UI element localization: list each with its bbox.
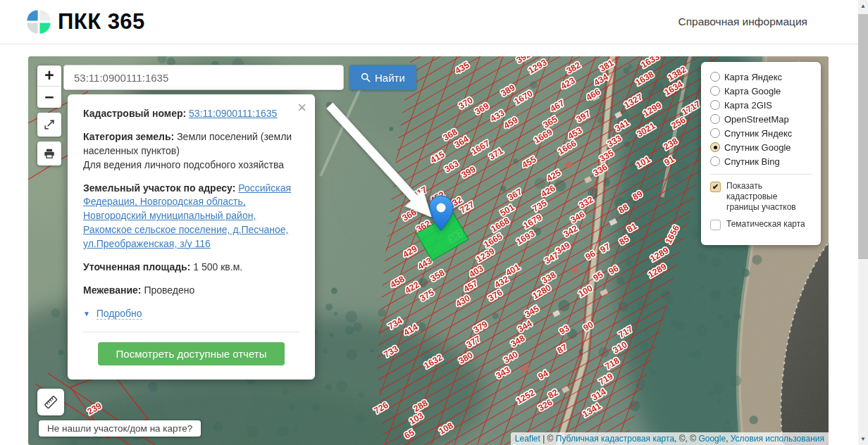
layers-panel: Карта ЯндексКарта GoogleКарта 2GISOpenSt…: [701, 62, 821, 245]
layer-checkbox-1[interactable]: Показать кадастровые границы участков: [710, 181, 812, 213]
layer-option-5[interactable]: Спутник Яндекс: [710, 126, 812, 140]
parcel-info-popup: × Кадастровый номер: 53:11:0900111:1635 …: [68, 94, 315, 380]
layer-option-label: Карта 2GIS: [724, 100, 772, 111]
pkk365-page: ПКК365 Справочная информация: [0, 0, 868, 445]
layer-option-label: Карта Google: [724, 86, 781, 96]
attribution-link[interactable]: Leaflet: [515, 434, 540, 444]
radio-icon[interactable]: [710, 114, 720, 124]
attribution-text: ,: [726, 434, 731, 444]
radio-icon[interactable]: [710, 100, 720, 110]
zoom-out-button[interactable]: −: [37, 87, 61, 108]
survey-value: Проведено: [144, 284, 194, 296]
radio-icon[interactable]: [710, 72, 720, 82]
zoom-control: + −: [37, 65, 61, 108]
area-value: 1 500 кв.м.: [193, 261, 242, 272]
land-category-label: Категория земель:: [83, 131, 174, 142]
panel-divider: [710, 174, 812, 175]
not-found-helper[interactable]: Не нашли участок/дом на карте?: [39, 420, 201, 437]
search-button-label: Найти: [375, 72, 405, 84]
address-label: Земельный участок по адресу:: [83, 182, 235, 194]
caret-down-icon: ▼: [83, 309, 90, 319]
land-category-row: Категория земель: Земли поселений (земли…: [83, 130, 299, 173]
layer-options: Карта ЯндексКарта GoogleКарта 2GISOpenSt…: [710, 70, 812, 168]
layer-option-2[interactable]: Карта Google: [710, 84, 812, 98]
details-row: ▼ Подробно: [83, 307, 299, 321]
cadastral-number-row: Кадастровый номер: 53:11:0900111:1635: [83, 107, 299, 121]
printer-icon: [43, 147, 56, 160]
layer-option-label: Спутник Bing: [724, 156, 780, 167]
details-link[interactable]: Подробно: [97, 308, 142, 320]
search-input[interactable]: [63, 65, 344, 90]
ruler-icon: [43, 394, 58, 410]
reference-info-link[interactable]: Справочная информация: [678, 15, 807, 28]
logo-text: ПКК365: [58, 9, 145, 35]
survey-label: Межевание:: [83, 284, 142, 296]
popup-divider: [83, 332, 299, 332]
attribution-link[interactable]: Google: [698, 434, 726, 444]
layer-option-6[interactable]: Спутник Google: [710, 140, 812, 154]
fullscreen-icon: [43, 118, 56, 131]
search-bar: Найти: [63, 65, 416, 90]
checkbox-checked-icon[interactable]: [710, 182, 721, 192]
layer-checkboxes: Показать кадастровые границы участковТем…: [710, 181, 812, 230]
search-button[interactable]: Найти: [349, 65, 416, 90]
page-scrollbar-thumb[interactable]: [858, 14, 868, 259]
area-label: Уточненная площадь:: [83, 261, 190, 272]
cadastral-number-label: Кадастровый номер:: [83, 108, 186, 119]
pkk365-logo-icon: [25, 8, 52, 35]
layer-option-label: Карта Яндекс: [724, 72, 782, 82]
cadastral-number-link[interactable]: 53:11:0900111:1635: [189, 108, 277, 119]
layer-checkbox-2[interactable]: Тематическая карта: [710, 219, 812, 230]
site-header: ПКК365 Справочная информация: [0, 0, 858, 44]
layer-option-1[interactable]: Карта Яндекс: [710, 70, 812, 84]
layer-option-4[interactable]: OpenStreetMap: [710, 112, 812, 126]
pkk365-logo[interactable]: ПКК365: [25, 8, 145, 35]
view-reports-button[interactable]: Посмотреть доступные отчеты: [98, 342, 285, 365]
page-scrollbar-track[interactable]: ▲ ▼: [858, 0, 868, 445]
radio-icon[interactable]: [710, 86, 720, 96]
layer-option-label: OpenStreetMap: [724, 114, 789, 125]
survey-row: Межевание: Проведено: [83, 284, 299, 298]
fullscreen-button[interactable]: [37, 113, 61, 137]
address-row: Земельный участок по адресу: Российская …: [83, 182, 299, 251]
measure-tool-button[interactable]: [37, 389, 64, 415]
attribution-text: | ©: [540, 434, 556, 444]
attribution-link[interactable]: Публичная кадастровая карта: [556, 434, 674, 444]
layer-option-3[interactable]: Карта 2GIS: [710, 98, 812, 112]
scroll-up-arrow[interactable]: ▲: [858, 3, 868, 9]
attribution-text: , ©, ©: [674, 434, 698, 444]
checkbox-label: Тематическая карта: [726, 219, 805, 230]
radio-selected-icon[interactable]: [710, 142, 720, 152]
layer-option-label: Спутник Google: [724, 142, 791, 153]
checkbox-icon[interactable]: [710, 220, 721, 230]
print-button[interactable]: [37, 142, 61, 165]
radio-icon[interactable]: [710, 156, 720, 166]
scroll-down-arrow[interactable]: ▼: [858, 436, 868, 442]
area-row: Уточненная площадь: 1 500 кв.м.: [83, 261, 299, 275]
map-container: 4353921293382381434423466389167037036943…: [28, 56, 829, 445]
radio-icon[interactable]: [710, 128, 720, 138]
search-icon: [361, 73, 371, 82]
layer-option-7[interactable]: Спутник Bing: [710, 154, 812, 168]
checkbox-label: Показать кадастровые границы участков: [726, 181, 812, 213]
zoom-in-button[interactable]: +: [37, 65, 61, 87]
attribution-link[interactable]: Условия использования: [731, 434, 824, 444]
close-icon[interactable]: ×: [297, 100, 306, 115]
land-use-value: Для ведения личного подсобного хозяйства: [83, 159, 284, 170]
layer-option-label: Спутник Яндекс: [724, 128, 792, 139]
attribution: Leaflet | © Публичная кадастровая карта,…: [511, 432, 829, 445]
